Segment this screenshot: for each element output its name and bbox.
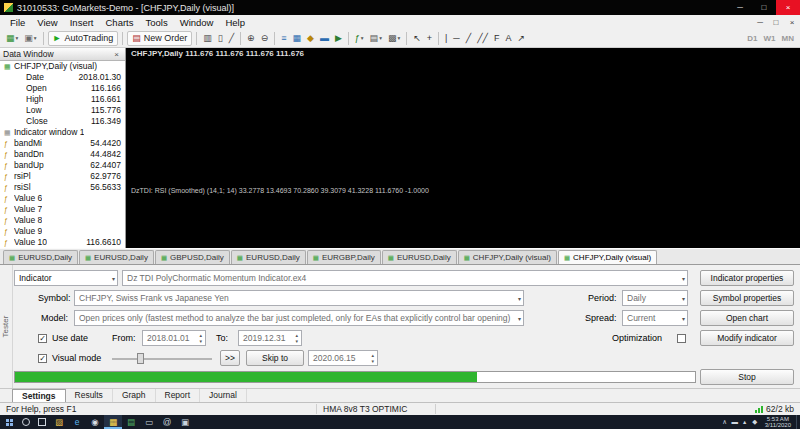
data-window-icon[interactable]: ▦ <box>290 31 303 46</box>
trendline-icon[interactable]: ╱ <box>464 31 473 46</box>
fast-forward-button[interactable]: >> <box>220 350 240 366</box>
taskbar-clock[interactable]: 5:53 AM 3/11/2020 <box>760 416 796 429</box>
vertical-line-icon[interactable]: | <box>443 31 449 46</box>
slider-thumb[interactable] <box>137 353 144 364</box>
menu-charts[interactable]: Charts <box>100 17 140 28</box>
fibonacci-icon[interactable]: F <box>492 31 502 46</box>
task-view-icon[interactable] <box>34 418 50 426</box>
timeframe-w1[interactable]: W1 <box>761 34 779 43</box>
symbol-properties-button[interactable]: Symbol properties <box>700 290 794 306</box>
mail-icon[interactable]: @ <box>158 415 176 429</box>
use-date-checkbox[interactable]: ✓ <box>38 334 47 343</box>
excel-icon[interactable]: ▤ <box>122 415 140 429</box>
network-icon[interactable]: ▴ <box>740 418 750 426</box>
indicator-name-select[interactable]: Dz TDI PolyChormatic Momentum Indicator.… <box>122 270 688 286</box>
chart-tab[interactable]: ▦EURUSD,Daily <box>3 250 78 264</box>
new-chart-icon[interactable]: ▦▾ <box>4 31 20 46</box>
browser-chrome-icon[interactable]: ◉ <box>86 415 104 429</box>
skip-date-field[interactable]: 2020.06.15 <box>308 350 378 366</box>
menu-window[interactable]: Window <box>174 17 220 28</box>
zoom-out-icon[interactable]: ⊖ <box>259 31 271 46</box>
mdi-restore-button[interactable]: □ <box>768 18 784 27</box>
crosshair-icon[interactable]: + <box>425 31 434 46</box>
search-icon[interactable] <box>18 418 34 426</box>
navigator-icon[interactable]: ◆ <box>305 31 316 46</box>
from-date-field[interactable]: 2018.01.01 <box>142 330 206 346</box>
calculator-icon[interactable]: ▣ <box>176 415 194 429</box>
navigator-icon: ◆ <box>307 33 314 43</box>
profiles-icon[interactable]: ▣▾ <box>22 31 38 46</box>
menu-file[interactable]: File <box>4 17 31 28</box>
cursor-icon[interactable]: ↖ <box>411 31 423 46</box>
tester-tab-graph[interactable]: Graph <box>113 389 156 402</box>
data-window-row: Close116.349 <box>0 116 125 127</box>
volume-icon[interactable]: ◆ <box>750 418 760 426</box>
arrows-icon[interactable]: ↗ <box>516 31 528 46</box>
market-watch-icon[interactable]: ≡ <box>279 31 288 46</box>
bar-chart-icon[interactable]: ▥ <box>201 31 214 46</box>
strategy-tester-icon[interactable]: ▶ <box>333 31 344 46</box>
new-order-button[interactable]: ▤New Order <box>127 31 192 46</box>
file-explorer-icon[interactable]: ▨ <box>50 415 68 429</box>
menu-insert[interactable]: Insert <box>64 17 100 28</box>
menu-view[interactable]: View <box>31 17 63 28</box>
model-select[interactable]: Open prices only (fastest method to anal… <box>74 310 524 326</box>
mdi-minimize-button[interactable]: ─ <box>752 18 768 27</box>
autotrading-button[interactable]: ►AutoTrading <box>48 31 119 46</box>
periods-icon[interactable]: ▤▾ <box>368 31 384 46</box>
menu-help[interactable]: Help <box>219 17 251 28</box>
chart-tab[interactable]: ▦EURUSD,Daily <box>231 250 306 264</box>
tester-tab-settings[interactable]: Settings <box>12 389 66 402</box>
menu-tools[interactable]: Tools <box>139 17 173 28</box>
indicators-icon[interactable]: ƒ▾ <box>353 31 366 46</box>
open-chart-button[interactable]: Open chart <box>700 310 794 326</box>
price-chart-svg[interactable] <box>126 48 800 248</box>
stop-button[interactable]: Stop <box>700 369 794 385</box>
indicator-type-select[interactable]: Indicator <box>14 270 118 286</box>
mdi-close-button[interactable]: × <box>784 18 800 27</box>
battery-icon[interactable]: ▬ <box>730 418 740 426</box>
tester-tab-results[interactable]: Results <box>66 389 113 402</box>
timeframe-mn[interactable]: MN <box>779 34 797 43</box>
text-icon[interactable]: A <box>503 31 513 46</box>
symbol-select[interactable]: CHFJPY, Swiss Frank vs Japanese Yen <box>74 290 524 306</box>
horizontal-line-icon[interactable]: ─ <box>451 31 461 46</box>
close-button[interactable]: × <box>776 0 800 15</box>
minimize-button[interactable]: ─ <box>728 0 752 15</box>
terminal-icon[interactable]: ▬ <box>318 31 331 46</box>
tester-tab-journal[interactable]: Journal <box>200 389 247 402</box>
chart-tab[interactable]: ▦GBPUSD,Daily <box>155 250 230 264</box>
zoom-in-icon[interactable]: ⊕ <box>245 31 257 46</box>
indicator-properties-button[interactable]: Indicator properties <box>700 270 794 286</box>
chart-tab[interactable]: ▦EURUSD,Daily <box>79 250 154 264</box>
tester-tab-report[interactable]: Report <box>156 389 201 402</box>
row-indent <box>16 105 26 116</box>
maximize-button[interactable]: □ <box>752 0 776 15</box>
metatrader-icon[interactable]: ▦ <box>104 415 122 429</box>
browser-edge-icon[interactable]: e <box>68 415 86 429</box>
tray-expand-icon[interactable]: ∧ <box>720 418 730 426</box>
chart-tab[interactable]: ▦CHFJPY,Daily (visual) <box>558 250 657 264</box>
data-window-close-icon[interactable]: × <box>111 50 122 59</box>
show-desktop-button[interactable] <box>796 415 800 429</box>
visual-mode-checkbox[interactable]: ✓ <box>38 354 47 363</box>
channel-icon[interactable]: ╱╱ <box>475 31 490 46</box>
to-date-field[interactable]: 2019.12.31 <box>238 330 302 346</box>
chart-tab[interactable]: ▦CHFJPY,Daily (visual) <box>458 250 557 264</box>
line-chart-icon[interactable]: ╱ <box>227 31 236 46</box>
optimization-checkbox[interactable] <box>677 334 686 343</box>
skip-to-button[interactable]: Skip to <box>246 350 304 366</box>
notepad-icon[interactable]: ▭ <box>140 415 158 429</box>
chart-tab[interactable]: ▦EURUSD,Daily <box>382 250 457 264</box>
chart-tab-icon: ▦ <box>464 254 470 262</box>
timeframe-d1[interactable]: D1 <box>744 34 760 43</box>
start-button[interactable] <box>0 415 18 429</box>
candlestick-chart-icon[interactable]: ▯ <box>216 31 225 46</box>
period-select[interactable]: Daily <box>622 290 688 306</box>
templates-icon[interactable]: ▩▾ <box>386 31 402 46</box>
visual-speed-slider[interactable] <box>112 354 212 363</box>
chart-area[interactable]: CHFJPY,Daily 111.676 111.676 111.676 111… <box>126 48 800 248</box>
modify-indicator-button[interactable]: Modify indicator <box>700 330 794 346</box>
chart-tab[interactable]: ▦EURGBP,Daily <box>307 250 381 264</box>
spread-select[interactable]: Current <box>622 310 688 326</box>
